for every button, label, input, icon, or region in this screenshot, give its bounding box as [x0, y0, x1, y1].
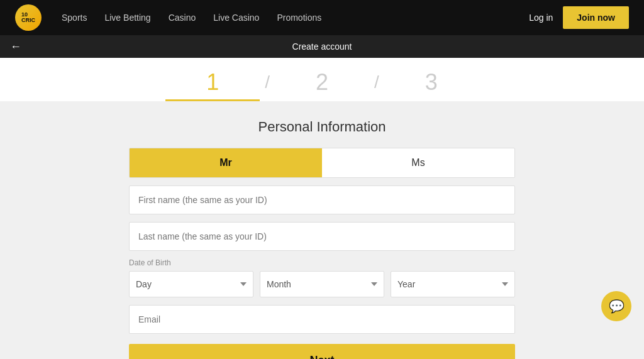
nav-casino[interactable]: Casino — [169, 13, 196, 23]
dob-year-select[interactable]: Year — [391, 271, 515, 297]
form-title: Personal Information — [258, 119, 386, 135]
login-button[interactable]: Log in — [529, 13, 553, 23]
dob-label: Date of Birth — [129, 258, 515, 267]
navbar: 10CRIC Sports Live Betting Casino Live C… — [0, 0, 644, 35]
nav-sports[interactable]: Sports — [62, 13, 87, 23]
navbar-right: Log in Join now — [529, 6, 629, 29]
back-arrow-icon[interactable]: ← — [10, 40, 21, 53]
dob-section: Date of Birth Day Month Year — [129, 258, 515, 297]
title-selector: Mr Ms — [129, 148, 515, 178]
dob-row: Day Month Year — [129, 271, 515, 297]
nav-links: Sports Live Betting Casino Live Casino P… — [62, 13, 321, 23]
step-2: 2 — [275, 69, 369, 101]
title-ms-button[interactable]: Ms — [322, 148, 514, 177]
step-separator-2: / — [374, 72, 379, 99]
nav-live-casino[interactable]: Live Casino — [213, 13, 259, 23]
title-mr-button[interactable]: Mr — [130, 148, 322, 177]
chat-icon: 💬 — [609, 299, 625, 314]
form-card: Mr Ms Date of Birth Day Month Year — [129, 148, 515, 359]
dob-month-select[interactable]: Month — [260, 271, 384, 297]
navbar-left: 10CRIC Sports Live Betting Casino Live C… — [15, 4, 321, 31]
step-1-number: 1 — [165, 69, 260, 96]
nav-live-betting[interactable]: Live Betting — [104, 13, 150, 23]
form-wrapper: Personal Information Mr Ms Date of Birth… — [0, 101, 644, 359]
logo: 10CRIC — [15, 4, 42, 31]
logo-icon: 10CRIC — [15, 4, 42, 31]
next-button[interactable]: Next — [129, 344, 515, 359]
chat-button[interactable]: 💬 — [601, 291, 631, 321]
step-1-underline — [165, 99, 260, 101]
first-name-input[interactable] — [129, 185, 515, 214]
dob-day-select[interactable]: Day — [129, 271, 253, 297]
step-3-number: 3 — [384, 69, 479, 96]
step-3: 3 — [384, 69, 479, 101]
step-1: 1 — [165, 69, 260, 101]
create-account-label: Create account — [292, 41, 352, 52]
create-account-bar: ← Create account — [0, 35, 644, 58]
step-2-number: 2 — [275, 69, 369, 96]
email-input[interactable] — [129, 305, 515, 334]
step-separator-1: / — [265, 72, 270, 99]
join-button[interactable]: Join now — [563, 6, 629, 29]
nav-promotions[interactable]: Promotions — [277, 13, 321, 23]
steps-container: 1 / 2 / 3 — [0, 58, 644, 101]
last-name-input[interactable] — [129, 222, 515, 251]
